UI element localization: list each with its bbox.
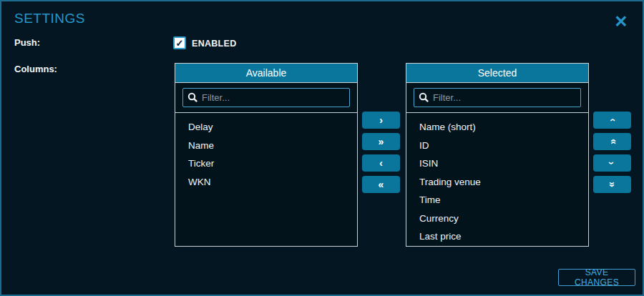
chevron-right-icon: › [379, 115, 383, 125]
columns-label: Columns: [14, 64, 57, 74]
selected-list: Name (short) ID ISIN Trading venue Time … [406, 113, 588, 246]
list-item[interactable]: ID [406, 137, 588, 155]
enabled-checkbox-label: ENABLED [192, 39, 237, 49]
move-right-button[interactable]: › [362, 112, 400, 129]
available-panel: Available Delay Name Ticker WKN [175, 63, 358, 247]
close-icon: ✕ [614, 14, 628, 30]
enabled-checkbox[interactable]: ✓ [173, 36, 186, 49]
double-chevron-right-icon: » [379, 137, 384, 147]
close-button[interactable]: ✕ [610, 10, 633, 33]
list-item[interactable]: Trading venue [406, 173, 588, 192]
available-filter-input[interactable] [182, 88, 350, 107]
selected-filter-input[interactable] [414, 88, 581, 107]
chevron-down-icon: › [607, 162, 617, 165]
move-down-button[interactable]: › [593, 154, 631, 172]
move-top-button[interactable]: » [593, 133, 631, 150]
list-item[interactable]: Ticker [175, 154, 357, 173]
list-item[interactable]: ISIN [406, 154, 588, 173]
double-chevron-down-icon: » [607, 182, 617, 187]
list-item[interactable]: Delay [175, 118, 357, 137]
double-chevron-up-icon: » [607, 139, 617, 144]
selected-filter-section [406, 83, 588, 113]
list-item[interactable]: WKN [175, 173, 357, 192]
move-up-button[interactable]: › [593, 112, 631, 129]
available-list: Delay Name Ticker WKN [175, 113, 357, 246]
selected-panel-title: Selected [406, 64, 588, 83]
move-all-left-button[interactable]: « [362, 176, 400, 193]
list-item[interactable]: Time [406, 191, 588, 209]
checkmark-icon: ✓ [176, 39, 184, 48]
list-item[interactable]: Last price [406, 227, 588, 246]
dialog-title: SETTINGS [14, 11, 85, 26]
settings-dialog: SETTINGS ✕ Push: ✓ ENABLED Columns: Avai… [0, 0, 644, 296]
selected-panel: Selected Name (short) ID ISIN Trading ve… [406, 63, 589, 247]
save-changes-button[interactable]: SAVE CHANGES [558, 269, 635, 286]
move-left-button[interactable]: ‹ [362, 154, 400, 172]
chevron-left-icon: ‹ [379, 158, 383, 168]
move-bottom-button[interactable]: » [593, 176, 631, 193]
available-filter-section [175, 83, 357, 113]
move-all-right-button[interactable]: » [362, 133, 400, 150]
list-item[interactable]: Currency [406, 209, 588, 228]
list-item[interactable]: Name [175, 137, 357, 155]
available-panel-title: Available [175, 64, 357, 83]
chevron-up-icon: › [607, 119, 617, 122]
double-chevron-left-icon: « [379, 179, 384, 189]
push-label: Push: [14, 37, 40, 48]
list-item[interactable]: Name (short) [406, 118, 588, 137]
